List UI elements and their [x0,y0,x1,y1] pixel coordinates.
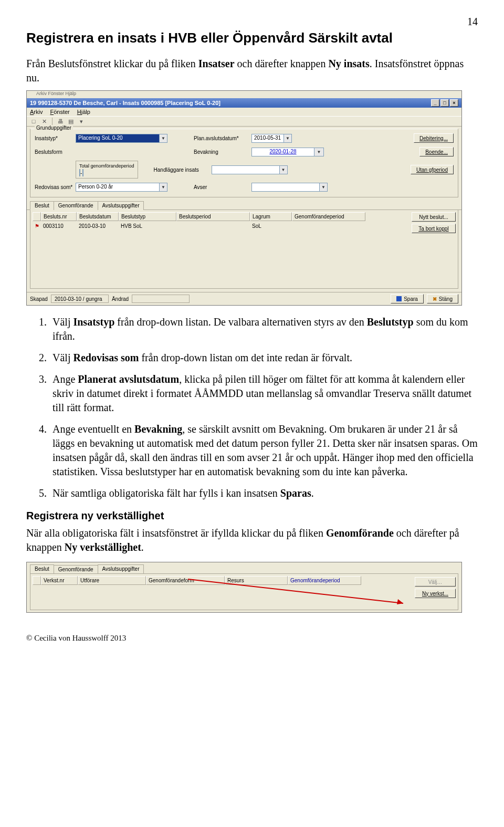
valj-button[interactable]: Välj… [415,577,456,587]
delete-icon[interactable]: ✕ [40,118,48,125]
avser-value [251,183,320,192]
plan-avslut-value: 2010-05-31 [251,134,284,143]
col-beslutstyp[interactable]: Beslutstyp [119,212,176,221]
label-redovisas: Redovisas som* [35,184,76,190]
debitering-button[interactable]: Debitering... [414,133,454,143]
toolbar: □ ✕ 🖶 ▤ ▾ [27,116,461,127]
stang-button[interactable]: ✖Stäng [427,294,458,303]
tab-beslut[interactable]: Beslut [30,201,54,210]
col-beslutsnr[interactable]: Besluts.nr [41,212,77,221]
label-avser: Avser [194,184,251,190]
chevron-down-icon[interactable]: ▼ [320,183,328,192]
col-lagrum[interactable]: Lagrum [250,212,292,221]
insatstyp-dropdown[interactable]: Placering SoL 0-20 ▼ [76,134,167,143]
label-beslutsform: Beslutsform [35,149,76,155]
book-icon[interactable]: ▤ [67,118,75,125]
tab2-body: Verkst.nr Utförare Genomförandeform Resu… [30,573,458,610]
genomforande-panel: Beslut Genomförande Avslutsuppgifter Ver… [26,562,462,613]
parent-menu-faint: Arkiv Fönster Hjälp [27,91,461,98]
col2-resurs[interactable]: Resurs [225,576,288,585]
handlaggare-dropdown[interactable]: ▼ [212,165,288,174]
cell-beslutsnr: 0003110 [41,222,77,230]
grid2-icon-col [33,576,41,585]
tab-strip-2: Beslut Genomförande Avslutsuppgifter [27,562,461,573]
separator-icon [52,118,52,125]
step-2: Välj Redovisas som från drop-down listan… [49,351,478,365]
tab-strip: Beslut Genomförande Avslutsuppgifter [27,201,461,210]
numbered-steps: Välj Insatstyp från drop-down listan. De… [26,315,478,500]
save-icon [396,296,402,301]
insatstyp-value: Placering SoL 0-20 [76,134,160,143]
period-to-input[interactable] [82,169,83,176]
redovisas-dropdown[interactable]: Person 0-20 år ▼ [76,183,167,192]
boende-button[interactable]: Boende... [419,147,454,156]
chevron-down-icon[interactable]: ▼ [314,148,324,156]
flag-icon: ⚑ [33,222,41,230]
page-heading: Registrera en insats i HVB eller Öppenvå… [26,30,478,46]
cell-beslutstyp: HVB SoL [119,222,176,230]
step-3: Ange Planerat avslutsdatum, klicka på pi… [49,372,478,415]
col-beslutsdatum[interactable]: Beslutsdatum [77,212,119,221]
close-icon[interactable]: × [450,99,458,107]
footer-copyright: © Cecilia von Hausswolff 2013 [26,634,478,643]
col2-utforare[interactable]: Utförare [78,576,146,585]
utan-gfperiod-button[interactable]: Utan gfperiod [411,165,454,174]
tab-avslutsuppgifter[interactable]: Avslutsuppgifter [98,201,144,210]
dash: - [80,170,82,176]
menu-hjalp[interactable]: Hjälp [77,109,90,115]
new-icon[interactable]: □ [30,118,37,125]
menu-fonster[interactable]: Fönster [50,109,69,115]
menu-arkiv[interactable]: Arkiv [30,109,43,115]
chevron-down-icon[interactable]: ▼ [160,183,167,192]
print-icon[interactable]: 🖶 [57,118,64,125]
bevakning-field[interactable]: 2020-01-28 ▼ [251,148,324,156]
tab2-avslutsuppgifter[interactable]: Avslutsuppgifter [98,564,144,573]
after-paragraph: När alla obligatoriska fält i insatsföns… [26,526,478,554]
sub-legend: Total genomförandeperiod [79,163,134,169]
label-skapad: Skapad [30,296,48,302]
bevakning-value[interactable]: 2020-01-28 [269,149,296,154]
label-handlaggare: Handläggare insats [154,167,212,173]
tab2-beslut[interactable]: Beslut [30,564,54,573]
statusbar: Skapad 2010-03-10 / gungra Ändrad Spara … [27,292,461,305]
page-number: 14 [26,16,478,28]
insats-window: Arkiv Fönster Hjälp 19 990128-5370 De Be… [26,90,462,306]
col2-genomforandeform[interactable]: Genomförandeform [146,576,225,585]
menubar: Arkiv Fönster Hjälp [27,108,461,116]
col2-verkstnr[interactable]: Verkst.nr [41,576,78,585]
tab2-genomforande[interactable]: Genomförande [54,565,98,574]
col-beslutsperiod[interactable]: Beslutsperiod [176,212,250,221]
col-genomforandeperiod[interactable]: Genomförandeperiod [292,212,365,221]
svg-marker-1 [397,599,403,604]
window-title: 19 990128-5370 De Besche, Carl - Insats … [30,100,220,106]
table-row[interactable]: ⚑ 0003110 2010-03-10 HVB SoL SoL [33,221,456,231]
ny-verkst-button[interactable]: Ny verkst... [415,589,456,598]
tab-genomforande[interactable]: Genomförande [54,201,98,210]
ta-bort-koppl-button[interactable]: Ta bort koppl [412,224,456,233]
tab-beslut-body: Besluts.nr Beslutsdatum Beslutstyp Beslu… [30,210,458,289]
plan-avslutsdatum-field[interactable]: 2010-05-31 ▼ [251,134,292,143]
grunduppgifter-group: Grunduppgifter Insatstyp* Placering SoL … [30,129,458,197]
maximize-icon[interactable]: □ [440,99,449,107]
total-genomforandeperiod-box: Total genomförandeperiod - [76,161,138,179]
spara-button[interactable]: Spara [391,294,424,303]
sub-heading: Registrera ny verkställighet [26,510,478,522]
cell-beslutsperiod [176,222,250,230]
skapad-value: 2010-03-10 / gungra [51,295,109,303]
label-bevakning: Bevakning [194,149,251,155]
avser-dropdown[interactable]: ▼ [251,183,328,192]
chevron-down-icon[interactable]: ▼ [280,165,288,174]
step-4: Ange eventuellt en Bevakning, se särskil… [49,422,478,479]
cell-beslutsdatum: 2010-03-10 [77,222,119,230]
grid-header-icon [33,212,41,221]
handlaggare-value [212,165,280,174]
chevron-down-icon[interactable]: ▼ [160,134,167,143]
chevron-down-icon[interactable]: ▼ [284,134,292,143]
col2-genomforandeperiod[interactable]: Genomförandeperiod [288,576,361,585]
close-x-icon: ✖ [433,296,437,302]
cell-lagrum: SoL [250,222,292,230]
label-andrad: Ändrad [112,296,129,302]
minimize-icon[interactable]: _ [431,99,439,107]
dropdown-icon[interactable]: ▾ [78,118,85,125]
nytt-beslut-button[interactable]: Nytt beslut... [412,212,456,222]
